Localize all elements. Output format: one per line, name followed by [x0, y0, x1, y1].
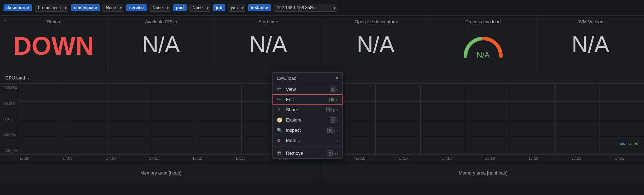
pod-select-wrapper[interactable]: None — [189, 4, 210, 12]
legend-current[interactable]: current — [628, 141, 640, 146]
external-link-icon[interactable]: ↗ — [3, 18, 6, 23]
legend-max[interactable]: max — [617, 141, 625, 146]
grid-line-v-12 — [510, 84, 510, 154]
grid-line-v-11 — [465, 84, 465, 154]
edit-icon: ✏ — [277, 97, 283, 102]
y-label-neg50: -50.0% — [4, 133, 18, 137]
share-label: Share — [286, 107, 298, 112]
status-panel: ↗ Status DOWN — [0, 16, 107, 72]
status-panel-title: Status — [5, 19, 102, 24]
memory-heap-panel: Memory area [heap] — [0, 162, 322, 183]
start-time-value: N/A — [250, 31, 287, 58]
job-label: job — [213, 4, 225, 11]
grid-line-v-5 — [197, 84, 197, 154]
service-select[interactable]: None — [150, 4, 170, 12]
jvm-version-title: JVM Version — [542, 19, 639, 24]
instance-select-wrapper[interactable]: 192.168.1.158:8585 — [274, 4, 337, 12]
datasource-label: datasource — [4, 4, 32, 11]
x-label-1708: 17:08 — [19, 156, 29, 160]
chart-legend: max current — [617, 141, 640, 146]
edit-shortcut: ⊞ e — [329, 97, 338, 102]
datasource-select[interactable]: Prometheus — [35, 4, 68, 12]
filter-bar: datasource Prometheus namespace None ser… — [0, 0, 644, 16]
x-label-1709: 17:09 — [63, 156, 72, 160]
jvm-version-value: N/A — [572, 31, 609, 58]
memory-nonheap-panel: Memory area [nonheap] — [322, 162, 644, 183]
datasource-select-wrapper[interactable]: Prometheus — [35, 4, 68, 12]
remove-icon: 🗑 — [277, 150, 283, 156]
view-label: View — [286, 87, 296, 92]
menu-divider — [273, 147, 343, 147]
pod-select[interactable]: None — [189, 4, 210, 12]
grid-line-v-2 — [63, 84, 63, 154]
file-descriptors-title: Open file descriptors — [327, 19, 424, 24]
cpu-load-panel: Process cpu load N/A — [429, 16, 537, 72]
y-label-50: 50.0% — [4, 101, 18, 106]
memory-heap-title: Memory area [heap] — [140, 170, 181, 176]
service-label: service — [126, 4, 146, 11]
context-menu-remove[interactable]: 🗑 Remove ⊞ p r — [273, 148, 343, 158]
context-menu-explore[interactable]: 🧭 Explore ⊞ x — [273, 115, 343, 125]
available-cpus-panel: Available CPUs N/A — [107, 16, 215, 72]
context-menu-view[interactable]: 👁 View ⊞ v — [273, 84, 343, 94]
x-label-1712: 17:12 — [192, 156, 202, 160]
x-label-1710: 17:10 — [106, 156, 116, 160]
job-select-wrapper[interactable]: jvm — [228, 4, 245, 12]
grid-line-v-3 — [107, 84, 107, 154]
instance-select[interactable]: 192.168.1.158:8585 — [274, 4, 337, 12]
gauge-value: N/A — [476, 51, 490, 60]
x-label-1713: 17:13 — [235, 156, 245, 160]
x-label-1716: 17:16 — [356, 156, 365, 160]
instance-label: instance — [248, 4, 271, 11]
grid-line-v-4 — [152, 84, 152, 154]
service-select-wrapper[interactable]: None — [150, 4, 170, 12]
grid-line-v-10 — [420, 84, 421, 154]
namespace-select[interactable]: None — [103, 4, 123, 12]
y-label-neg100: -100.0% — [4, 148, 18, 153]
explore-shortcut: ⊞ x — [330, 117, 339, 123]
chart-title[interactable]: CPU load ▾ — [5, 75, 29, 81]
memory-nonheap-title: Memory area [nonheap] — [459, 170, 508, 176]
x-label-1720: 17:20 — [528, 156, 538, 160]
share-icon: ↗ — [277, 107, 283, 112]
inspect-icon: 🔍 — [277, 128, 283, 133]
context-menu-arrow-icon: ▾ — [336, 76, 338, 81]
grid-line-v-6 — [241, 84, 242, 154]
grid-line-v-14 — [599, 84, 599, 154]
more-icon: ⚙ — [277, 138, 283, 143]
share-shortcut: ⊞ p s — [326, 107, 338, 112]
more-arrow-icon: › — [337, 138, 338, 143]
grid-line-v-9 — [375, 84, 376, 154]
pod-label: pod — [173, 4, 187, 11]
explore-icon: 🧭 — [277, 117, 283, 123]
context-menu-inspect[interactable]: 🔍 Inspect ⊞ i > — [273, 125, 343, 135]
inspect-label: Inspect — [286, 128, 301, 133]
context-menu-header: CPU load ▾ — [273, 73, 343, 84]
view-icon: 👁 — [277, 87, 283, 92]
status-value: DOWN — [13, 31, 94, 60]
cpu-load-title: Process cpu load — [435, 19, 531, 24]
context-menu-title: CPU load — [277, 76, 297, 81]
context-menu: CPU load ▾ 👁 View ⊞ v ✏ Edit ⊞ e — [272, 72, 343, 159]
grid-line-v-13 — [554, 84, 555, 154]
namespace-label: namespace — [71, 4, 100, 11]
x-label-1722: 17:22 — [615, 156, 625, 160]
start-time-panel: Start time N/A — [215, 16, 322, 72]
remove-label: Remove — [286, 150, 303, 156]
x-label-1711: 17:11 — [149, 156, 159, 160]
x-label-1717: 17:17 — [399, 156, 409, 160]
more-label: More... — [286, 138, 300, 143]
available-cpus-value: N/A — [142, 31, 180, 58]
grid-line-v-1 — [18, 84, 18, 154]
context-menu-share[interactable]: ↗ Share ⊞ p s — [273, 105, 343, 115]
explore-label: Explore — [286, 117, 301, 123]
context-menu-edit[interactable]: ✏ Edit ⊞ e — [273, 94, 343, 105]
namespace-select-wrapper[interactable]: None — [103, 4, 123, 12]
remove-shortcut: ⊞ p r — [327, 150, 338, 156]
chart-header: CPU load ▾ CPU load ▾ 👁 View ⊞ v ✏ Edit — [0, 72, 644, 84]
jvm-version-panel: JVM Version N/A — [537, 16, 644, 72]
job-select[interactable]: jvm — [228, 4, 245, 12]
cpu-load-chart-section: CPU load ▾ CPU load ▾ 👁 View ⊞ v ✏ Edit — [0, 72, 644, 162]
y-axis-labels: 100.0% 50.0% 0.0% -50.0% -100.0% — [4, 84, 18, 154]
context-menu-more[interactable]: ⚙ More... › — [273, 135, 343, 146]
